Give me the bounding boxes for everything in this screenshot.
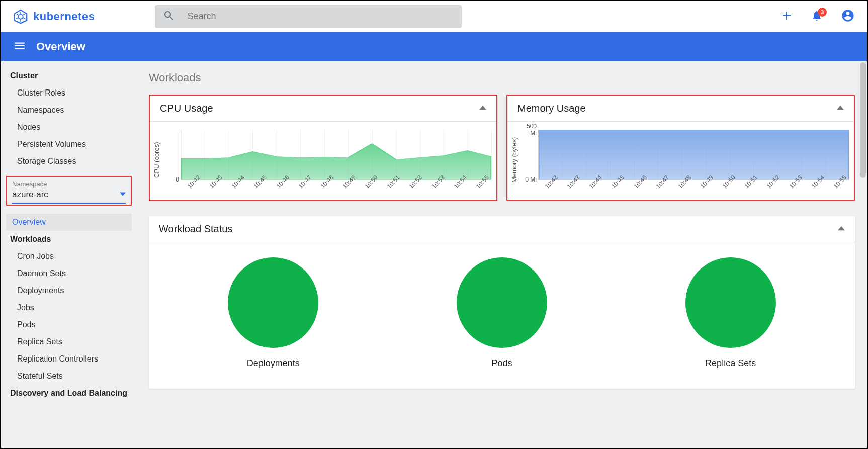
notification-badge: 3 bbox=[818, 8, 827, 17]
brand-name: kubernetes bbox=[33, 10, 95, 23]
page-title: Overview bbox=[36, 40, 85, 53]
svg-line-7 bbox=[17, 14, 19, 15]
y-tick: 0 bbox=[161, 176, 179, 183]
menu-toggle-button[interactable] bbox=[13, 39, 26, 54]
cpu-card-title: CPU Usage bbox=[160, 103, 213, 114]
sidebar-item-overview[interactable]: Overview bbox=[6, 214, 132, 231]
search-input[interactable] bbox=[187, 11, 454, 22]
status-circle-icon bbox=[685, 257, 776, 348]
sidebar-item-replica-sets[interactable]: Replica Sets bbox=[6, 333, 132, 350]
workload-status-title: Workload Status bbox=[159, 223, 232, 235]
user-account-button[interactable] bbox=[841, 9, 855, 25]
scrollbar[interactable] bbox=[860, 62, 866, 178]
sidebar: Cluster Cluster Roles Namespaces Nodes P… bbox=[1, 61, 137, 448]
workload-status-card: Workload Status Deployments Pods Replica… bbox=[149, 216, 855, 389]
y-tick: 0 Mi bbox=[518, 176, 537, 183]
search-bar[interactable] bbox=[155, 5, 462, 28]
top-bar: kubernetes 3 bbox=[1, 1, 867, 32]
collapse-button[interactable] bbox=[838, 225, 845, 234]
sidebar-item-daemon-sets[interactable]: Daemon Sets bbox=[6, 265, 132, 282]
search-icon bbox=[163, 10, 175, 24]
namespace-selector[interactable]: Namespace azure-arc bbox=[6, 176, 132, 206]
charts-row: CPU Usage CPU (cores) 0 10:4210:4310:441… bbox=[149, 95, 855, 201]
memory-chart: Memory (bytes) 0 Mi500 Mi 10:4210:4310:4… bbox=[507, 122, 854, 200]
cpu-chart: CPU (cores) 0 10:4210:4310:4410:4510:461… bbox=[150, 122, 496, 200]
sidebar-item-stateful-sets[interactable]: Stateful Sets bbox=[6, 368, 132, 385]
svg-line-3 bbox=[23, 14, 25, 15]
svg-point-1 bbox=[18, 14, 23, 19]
sidebar-item-cron-jobs[interactable]: Cron Jobs bbox=[6, 248, 132, 265]
sidebar-item-replication-controllers[interactable]: Replication Controllers bbox=[6, 350, 132, 368]
status-circle-icon bbox=[457, 257, 547, 348]
create-button[interactable] bbox=[780, 10, 793, 24]
sidebar-section-cluster[interactable]: Cluster bbox=[6, 67, 132, 84]
status-label: Deployments bbox=[247, 358, 300, 369]
svg-line-4 bbox=[23, 17, 26, 19]
kubernetes-logo-icon bbox=[13, 9, 28, 24]
section-title-workloads: Workloads bbox=[149, 71, 855, 84]
sidebar-item-cluster-roles[interactable]: Cluster Roles bbox=[6, 84, 132, 102]
cpu-x-ticks: 10:4210:4310:4410:4510:4610:4710:4810:49… bbox=[181, 180, 491, 190]
cpu-usage-card: CPU Usage CPU (cores) 0 10:4210:4310:441… bbox=[149, 95, 497, 201]
notifications-button[interactable]: 3 bbox=[811, 10, 823, 24]
memory-usage-card: Memory Usage Memory (bytes) 0 Mi500 Mi 1… bbox=[506, 95, 855, 201]
layout: Cluster Cluster Roles Namespaces Nodes P… bbox=[1, 61, 867, 448]
sidebar-item-deployments[interactable]: Deployments bbox=[6, 282, 132, 299]
memory-y-axis-label: Memory (bytes) bbox=[510, 130, 518, 190]
status-circle-icon bbox=[228, 257, 318, 348]
memory-card-title: Memory Usage bbox=[517, 103, 586, 114]
sidebar-item-namespaces[interactable]: Namespaces bbox=[6, 102, 132, 119]
caret-down-icon bbox=[120, 190, 126, 199]
sidebar-item-pods[interactable]: Pods bbox=[6, 316, 132, 333]
blue-bar: Overview bbox=[1, 32, 867, 61]
y-tick: 500 Mi bbox=[518, 123, 537, 137]
status-replica-sets[interactable]: Replica Sets bbox=[685, 257, 776, 369]
status-deployments[interactable]: Deployments bbox=[228, 257, 318, 369]
status-label: Pods bbox=[491, 358, 512, 369]
svg-line-6 bbox=[16, 17, 19, 19]
namespace-value: azure-arc bbox=[12, 188, 48, 202]
logo[interactable]: kubernetes bbox=[13, 9, 95, 24]
sidebar-item-storage-classes[interactable]: Storage Classes bbox=[6, 153, 132, 170]
status-pods[interactable]: Pods bbox=[457, 257, 547, 369]
namespace-label: Namespace bbox=[12, 180, 126, 188]
memory-x-ticks: 10:4210:4310:4410:4510:4610:4710:4810:49… bbox=[538, 180, 849, 190]
sidebar-item-nodes[interactable]: Nodes bbox=[6, 119, 132, 136]
top-right-actions: 3 bbox=[780, 9, 855, 25]
sidebar-section-workloads[interactable]: Workloads bbox=[6, 231, 132, 248]
sidebar-item-jobs[interactable]: Jobs bbox=[6, 299, 132, 316]
collapse-button[interactable] bbox=[479, 104, 486, 113]
sidebar-item-persistent-volumes[interactable]: Persistent Volumes bbox=[6, 136, 132, 153]
cpu-y-axis-label: CPU (cores) bbox=[153, 130, 160, 190]
sidebar-section-discovery[interactable]: Discovery and Load Balancing bbox=[6, 385, 132, 402]
collapse-button[interactable] bbox=[837, 104, 844, 113]
status-label: Replica Sets bbox=[705, 358, 756, 369]
main-content: Workloads CPU Usage CPU (cores) 0 10:421… bbox=[137, 61, 867, 448]
